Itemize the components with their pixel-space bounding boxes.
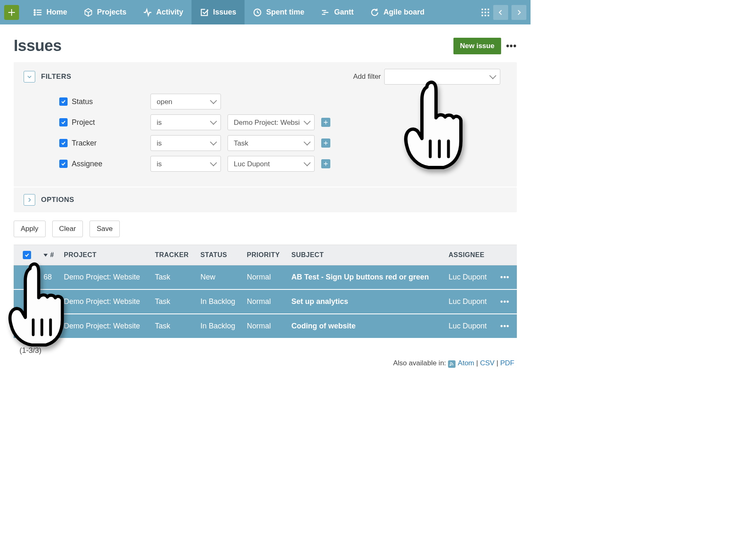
- nav-projects[interactable]: Projects: [75, 0, 135, 24]
- filter-project-label: Project: [72, 118, 150, 127]
- cell-subject[interactable]: Coding of website: [287, 314, 444, 338]
- filter-tracker-checkbox[interactable]: [59, 139, 68, 147]
- filter-assignee-checkbox[interactable]: [59, 160, 68, 168]
- nav-home[interactable]: Home: [25, 0, 75, 24]
- cell-assignee: Luc Dupont: [444, 314, 494, 338]
- col-assignee[interactable]: ASSIGNEE: [444, 245, 494, 265]
- col-subject[interactable]: SUBJECT: [287, 245, 444, 265]
- nav-home-label: Home: [46, 8, 67, 17]
- nav-projects-label: Projects: [97, 8, 126, 17]
- chevron-down-icon: [27, 74, 32, 80]
- svg-rect-10: [482, 8, 483, 10]
- cell-subject[interactable]: Set up analytics: [287, 289, 444, 314]
- plus-icon: [323, 120, 328, 125]
- add-filter-select[interactable]: [384, 69, 500, 85]
- cell-assignee: Luc Dupont: [444, 289, 494, 314]
- cell-project: Demo Project: Website: [60, 289, 151, 314]
- nav-prev-button[interactable]: [493, 5, 508, 20]
- filter-project-add[interactable]: [321, 118, 330, 127]
- col-tracker[interactable]: TRACKER: [151, 245, 196, 265]
- svg-rect-11: [485, 8, 486, 10]
- chevron-left-icon: [497, 9, 504, 16]
- col-project[interactable]: PROJECT: [60, 245, 151, 265]
- filter-project-op[interactable]: is: [150, 114, 221, 130]
- filter-project-checkbox[interactable]: [59, 118, 68, 126]
- clock-icon: [253, 8, 262, 17]
- clear-button[interactable]: Clear: [52, 221, 83, 237]
- nav-issues-label: Issues: [213, 8, 236, 17]
- col-status[interactable]: STATUS: [196, 245, 242, 265]
- filters-collapse-button[interactable]: [24, 71, 35, 83]
- nav-activity[interactable]: Activity: [135, 0, 191, 24]
- filters-heading: FILTERS: [41, 73, 71, 81]
- page-body: Issues New issue ••• FILTERS Add filter …: [0, 24, 531, 376]
- page-more-menu[interactable]: •••: [506, 41, 517, 51]
- options-panel-head: OPTIONS: [14, 187, 517, 212]
- cube-icon: [84, 8, 93, 17]
- nav-gantt[interactable]: Gantt: [313, 0, 362, 24]
- row-more-menu[interactable]: •••: [494, 314, 517, 338]
- refresh-icon: [370, 8, 379, 17]
- check-icon: [200, 8, 209, 17]
- table-row[interactable]: Demo Project: Website Task In Backlog No…: [14, 314, 517, 338]
- col-priority[interactable]: PRIORITY: [243, 245, 287, 265]
- filter-assignee-op[interactable]: is: [150, 156, 221, 172]
- new-issue-button[interactable]: New issue: [453, 38, 501, 54]
- new-item-button[interactable]: [4, 5, 19, 20]
- save-button[interactable]: Save: [90, 221, 120, 237]
- filter-tracker-val[interactable]: Task: [228, 135, 315, 151]
- filter-project-val[interactable]: Demo Project: Websi: [228, 114, 315, 130]
- table-row[interactable]: 68 Demo Project: Website Task New Normal…: [14, 265, 517, 290]
- filter-tracker-label: Tracker: [72, 139, 150, 148]
- svg-marker-19: [44, 254, 48, 257]
- row-more-menu[interactable]: •••: [494, 289, 517, 314]
- cell-priority: Normal: [243, 265, 287, 290]
- svg-rect-18: [488, 15, 489, 16]
- export-atom-link[interactable]: Atom: [458, 359, 475, 367]
- cell-project: Demo Project: Website: [60, 314, 151, 338]
- filter-tracker-add[interactable]: [321, 138, 330, 148]
- apply-button[interactable]: Apply: [14, 221, 46, 237]
- options-heading: OPTIONS: [41, 196, 74, 204]
- page-header: Issues New issue •••: [14, 37, 517, 55]
- cell-priority: Normal: [243, 289, 287, 314]
- nav-agile[interactable]: Agile board: [362, 0, 433, 24]
- options-expand-button[interactable]: [24, 194, 35, 206]
- export-csv-link[interactable]: CSV: [480, 359, 494, 367]
- svg-rect-15: [488, 12, 489, 13]
- svg-point-2: [34, 12, 35, 13]
- plus-icon: [323, 141, 328, 146]
- nav-next-button[interactable]: [511, 5, 526, 20]
- nav-agile-label: Agile board: [383, 8, 424, 17]
- table-row[interactable]: Demo Project: Website Task In Backlog No…: [14, 289, 517, 314]
- cell-id: [39, 289, 60, 314]
- top-nav: Home Projects Activity Issues Spent time…: [0, 0, 531, 24]
- select-all-checkbox[interactable]: [23, 251, 31, 259]
- export-pdf-link[interactable]: PDF: [500, 359, 514, 367]
- nav-gantt-label: Gantt: [334, 8, 354, 17]
- nav-issues[interactable]: Issues: [191, 0, 245, 24]
- cell-assignee: Luc Dupont: [444, 265, 494, 290]
- cell-subject[interactable]: AB Test - Sign Up buttons red or green: [287, 265, 444, 290]
- nav-spent-time[interactable]: Spent time: [245, 0, 313, 24]
- chevron-right-icon: [27, 197, 32, 203]
- col-id[interactable]: #: [39, 245, 60, 265]
- svg-rect-17: [485, 15, 486, 16]
- filter-status-op[interactable]: open: [150, 94, 221, 109]
- nav-right: [481, 5, 526, 20]
- cell-status: New: [196, 265, 242, 290]
- apps-icon[interactable]: [481, 8, 490, 17]
- pager-label: (1-3/3): [19, 346, 517, 355]
- plus-icon: [323, 161, 328, 166]
- filter-tracker-op[interactable]: is: [150, 135, 221, 151]
- filter-assignee-add[interactable]: [321, 159, 330, 168]
- svg-rect-13: [482, 12, 483, 13]
- sort-desc-icon: [44, 253, 48, 257]
- cell-priority: Normal: [243, 314, 287, 338]
- filter-row-status: Status open: [59, 94, 507, 109]
- filter-status-checkbox[interactable]: [59, 97, 68, 106]
- filter-assignee-val[interactable]: Luc Dupont: [228, 156, 315, 172]
- row-more-menu[interactable]: •••: [494, 265, 517, 290]
- gantt-icon: [321, 8, 330, 17]
- filters-panel: FILTERS Add filter Status open Project i…: [14, 62, 517, 187]
